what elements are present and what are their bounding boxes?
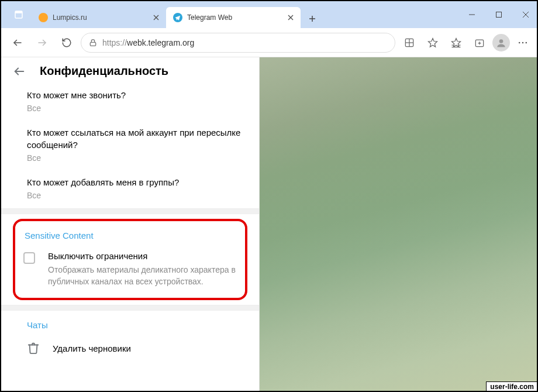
close-window-button[interactable]: [512, 1, 538, 28]
svg-point-29: [522, 42, 524, 43]
content-area: Конфиденциальность Кто может мне звонить…: [1, 57, 538, 391]
svg-point-27: [499, 39, 503, 43]
favicon-telegram-icon: [173, 13, 182, 22]
settings-panel: Конфиденциальность Кто может мне звонить…: [1, 57, 260, 391]
tab-telegram[interactable]: Telegram Web: [166, 7, 301, 28]
tab-overview-button[interactable]: [6, 4, 32, 25]
back-button[interactable]: [7, 32, 28, 53]
menu-button[interactable]: [512, 32, 533, 53]
svg-point-28: [519, 42, 520, 43]
tab-strip: Lumpics.ru Telegram Web: [32, 1, 458, 28]
favicon-lumpics-icon: [39, 13, 48, 22]
delete-drafts-row[interactable]: Удалить черновики: [1, 332, 259, 364]
collections-button[interactable]: [469, 32, 490, 53]
maximize-button[interactable]: [485, 1, 512, 28]
setting-value: Все: [27, 153, 245, 163]
tab-lumpics[interactable]: Lumpics.ru: [32, 7, 166, 28]
trash-icon: [27, 342, 40, 355]
favorite-star-button[interactable]: [422, 32, 443, 53]
url-input[interactable]: https://webk.telegram.org: [81, 33, 395, 53]
setting-calls[interactable]: Кто может мне звонить? Все: [1, 84, 259, 121]
setting-value: Все: [27, 104, 245, 113]
svg-rect-1: [15, 11, 22, 13]
delete-drafts-label: Удалить черновики: [53, 343, 131, 353]
chat-background: [260, 57, 538, 391]
minimize-button[interactable]: [458, 1, 485, 28]
svg-marker-19: [429, 38, 437, 47]
favorites-button[interactable]: [446, 32, 467, 53]
section-divider: [1, 305, 259, 311]
url-protocol: https://: [102, 38, 127, 47]
forward-button[interactable]: [32, 32, 53, 53]
watermark: user-life.com: [486, 381, 538, 392]
tab-title: Lumpics.ru: [53, 13, 147, 22]
svg-marker-20: [452, 38, 461, 47]
svg-rect-10: [496, 12, 502, 18]
setting-label: Кто может ссылаться на мой аккаунт при п…: [27, 127, 245, 151]
extensions-button[interactable]: [399, 32, 420, 53]
profile-avatar[interactable]: [492, 34, 510, 51]
refresh-button[interactable]: [56, 32, 77, 53]
setting-value: Все: [27, 191, 245, 200]
disable-restrictions-row[interactable]: Выключить ограничения Отображать материа…: [23, 251, 237, 287]
setting-groups[interactable]: Кто может добавлять меня в группы? Все: [1, 171, 259, 208]
panel-header: Конфиденциальность: [1, 57, 259, 84]
panel-title: Конфиденциальность: [40, 64, 168, 78]
setting-forward[interactable]: Кто может ссылаться на мой аккаунт при п…: [1, 121, 259, 171]
checkbox-icon[interactable]: [23, 252, 35, 264]
address-bar: https://webk.telegram.org: [1, 28, 538, 57]
checkbox-label: Выключить ограничения: [48, 251, 237, 261]
tab-title: Telegram Web: [187, 13, 282, 22]
svg-point-30: [526, 42, 527, 43]
setting-label: Кто может добавлять меня в группы?: [27, 177, 245, 188]
chats-section-header: Чаты: [1, 311, 259, 332]
back-arrow-icon[interactable]: [13, 65, 26, 78]
close-icon[interactable]: [152, 13, 160, 22]
setting-label: Кто может мне звонить?: [27, 90, 245, 101]
window-controls: [458, 1, 538, 28]
sensitive-content-header: Sensitive Content: [23, 228, 237, 251]
lock-icon: [88, 38, 98, 47]
section-divider: [1, 208, 259, 214]
sensitive-content-highlight: Sensitive Content Выключить ограничения …: [13, 219, 247, 300]
close-icon[interactable]: [287, 13, 295, 22]
checkbox-description: Отображать материалы деликатного характе…: [48, 264, 237, 287]
new-tab-button[interactable]: [303, 9, 322, 28]
svg-rect-15: [90, 42, 95, 46]
window-titlebar: Lumpics.ru Telegram Web: [1, 1, 538, 28]
url-host: webk.telegram.org: [127, 38, 194, 47]
